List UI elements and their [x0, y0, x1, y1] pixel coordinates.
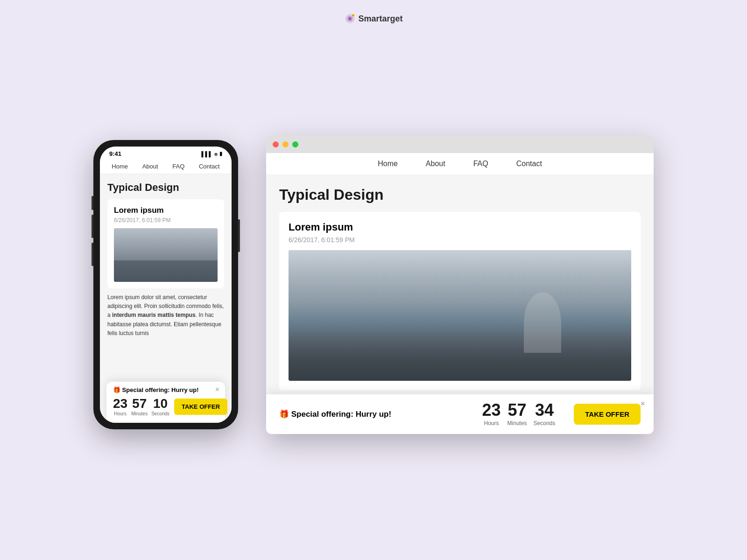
traffic-light-green[interactable]: [292, 141, 298, 147]
phone-side-power: [238, 219, 240, 252]
browser-minutes-value: 57: [507, 402, 527, 419]
phone-card-title: Lorem ipsum: [114, 206, 218, 215]
browser-seconds-label: Seconds: [534, 420, 556, 427]
signal-icon: ▌▌▌: [202, 151, 212, 157]
browser-page-title: Typical Design: [279, 186, 641, 203]
phone-page-title: Typical Design: [107, 182, 224, 194]
phone-status-bar: 9:41 ▌▌▌ ⌾ ▮: [100, 147, 232, 159]
svg-point-4: [352, 15, 354, 16]
browser-card-date: 6/26/2017, 6:01:59 PM: [289, 236, 631, 244]
browser-popup-title: 🎁 Special offering: Hurry up!: [279, 409, 391, 419]
browser-minutes-label: Minutes: [507, 420, 527, 427]
browser-popup-close[interactable]: ×: [640, 399, 645, 409]
phone-hours-value: 23: [113, 397, 127, 410]
browser-nav-contact[interactable]: Contact: [516, 160, 542, 168]
phone-side-mute: [92, 196, 93, 210]
browser-timer-seconds: 34 Seconds: [534, 402, 556, 427]
beach-scene-mobile: [114, 228, 218, 282]
phone-mockup: 9:41 ▌▌▌ ⌾ ▮ Home About FAQ Contact Typi…: [93, 140, 238, 429]
browser-article-card: Lorem ipsum 6/26/2017, 6:01:59 PM: [279, 212, 641, 390]
phone-hours-label: Hours: [113, 411, 127, 416]
phone-seconds-value: 10: [151, 397, 169, 410]
browser-timer-minutes: 57 Minutes: [507, 402, 527, 427]
browser-card-title: Lorem ipsum: [289, 221, 631, 233]
phone-take-offer-button[interactable]: TAKE OFFER: [174, 399, 227, 415]
wifi-icon: ⌾: [214, 151, 218, 157]
phone-popup-title: 🎁 Special offering: Hurry up!: [113, 386, 218, 393]
phone-nav-faq[interactable]: FAQ: [172, 163, 184, 170]
phone-screen: 9:41 ▌▌▌ ⌾ ▮ Home About FAQ Contact Typi…: [100, 147, 232, 423]
phone-minutes-value: 57: [131, 397, 148, 410]
top-logo: Smartarget: [344, 13, 402, 24]
phone-countdown: 23 Hours 57 Minutes 10 Seconds: [113, 397, 169, 416]
phone-body-bold: interdum mauris mattis tempus: [112, 312, 196, 318]
phone-time: 9:41: [109, 150, 121, 157]
phone-timer-hours: 23 Hours: [113, 397, 127, 416]
phone-nav: Home About FAQ Contact: [100, 159, 232, 174]
phone-article-card: Lorem ipsum 6/26/2017, 6:01:59 PM: [107, 199, 224, 288]
traffic-light-yellow[interactable]: [282, 141, 289, 147]
browser-countdown: 23 Hours 57 Minutes 34 Seconds: [482, 402, 556, 427]
phone-nav-home[interactable]: Home: [112, 163, 128, 170]
browser-nav-about[interactable]: About: [426, 160, 445, 168]
phone-popup: × 🎁 Special offering: Hurry up! 23 Hours…: [106, 382, 225, 423]
logo-icon: [344, 13, 355, 24]
phone-timer-seconds: 10 Seconds: [151, 397, 169, 416]
phone-popup-close[interactable]: ×: [215, 385, 219, 394]
phone-side-vol-up: [92, 215, 93, 238]
phone-seconds-label: Seconds: [151, 411, 169, 416]
phone-popup-row: 23 Hours 57 Minutes 10 Seconds TAKE OFFE…: [113, 397, 218, 416]
phone-body: 9:41 ▌▌▌ ⌾ ▮ Home About FAQ Contact Typi…: [93, 140, 238, 429]
browser-timer-hours: 23 Hours: [482, 402, 501, 427]
phone-minutes-label: Minutes: [131, 411, 148, 416]
phone-card-image: [114, 228, 218, 282]
svg-point-2: [348, 17, 351, 20]
phone-nav-contact[interactable]: Contact: [199, 163, 220, 170]
phone-timer-minutes: 57 Minutes: [131, 397, 148, 416]
browser-titlebar: [266, 135, 654, 153]
logo-text: Smartarget: [358, 14, 402, 24]
browser-card-image: [289, 250, 631, 381]
browser-hours-label: Hours: [482, 420, 501, 427]
browser-popup: × 🎁 Special offering: Hurry up! 23 Hours…: [266, 394, 654, 434]
browser-seconds-value: 34: [534, 402, 556, 419]
browser-nav: Home About FAQ Contact: [266, 153, 654, 175]
traffic-light-red[interactable]: [273, 141, 279, 147]
browser-take-offer-button[interactable]: TAKE OFFER: [574, 404, 641, 425]
phone-nav-about[interactable]: About: [142, 163, 158, 170]
phone-side-vol-down: [92, 243, 93, 266]
beach-scene-desktop: [289, 250, 631, 381]
phone-card-date: 6/26/2017, 6:01:59 PM: [114, 217, 218, 224]
phone-body-text: Lorem ipsum dolor sit amet, consectetur …: [107, 293, 224, 338]
browser-hours-value: 23: [482, 402, 501, 419]
browser-nav-home[interactable]: Home: [378, 160, 398, 168]
browser-mockup: Home About FAQ Contact Typical Design Lo…: [266, 135, 654, 434]
browser-nav-faq[interactable]: FAQ: [473, 160, 488, 168]
phone-status-icons: ▌▌▌ ⌾ ▮: [202, 151, 222, 157]
battery-icon: ▮: [219, 151, 222, 157]
browser-content: Typical Design Lorem ipsum 6/26/2017, 6:…: [266, 175, 654, 434]
